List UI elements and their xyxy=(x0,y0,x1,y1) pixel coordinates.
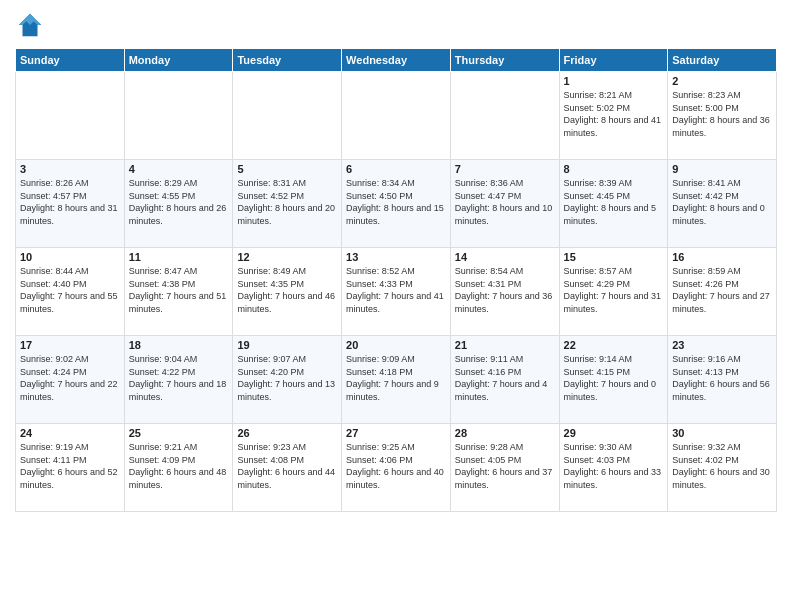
weekday-header: Saturday xyxy=(668,49,777,72)
calendar-day-cell: 20Sunrise: 9:09 AMSunset: 4:18 PMDayligh… xyxy=(342,336,451,424)
calendar-day-cell: 23Sunrise: 9:16 AMSunset: 4:13 PMDayligh… xyxy=(668,336,777,424)
day-number: 21 xyxy=(455,339,555,351)
calendar-day-cell: 17Sunrise: 9:02 AMSunset: 4:24 PMDayligh… xyxy=(16,336,125,424)
day-info: Sunrise: 9:21 AMSunset: 4:09 PMDaylight:… xyxy=(129,441,229,491)
day-info: Sunrise: 9:28 AMSunset: 4:05 PMDaylight:… xyxy=(455,441,555,491)
day-number: 29 xyxy=(564,427,664,439)
calendar-day-cell: 9Sunrise: 8:41 AMSunset: 4:42 PMDaylight… xyxy=(668,160,777,248)
day-number: 26 xyxy=(237,427,337,439)
calendar-day-cell xyxy=(233,72,342,160)
day-info: Sunrise: 8:41 AMSunset: 4:42 PMDaylight:… xyxy=(672,177,772,227)
day-info: Sunrise: 8:39 AMSunset: 4:45 PMDaylight:… xyxy=(564,177,664,227)
day-info: Sunrise: 9:16 AMSunset: 4:13 PMDaylight:… xyxy=(672,353,772,403)
calendar-day-cell: 14Sunrise: 8:54 AMSunset: 4:31 PMDayligh… xyxy=(450,248,559,336)
day-info: Sunrise: 8:49 AMSunset: 4:35 PMDaylight:… xyxy=(237,265,337,315)
day-number: 18 xyxy=(129,339,229,351)
day-info: Sunrise: 8:52 AMSunset: 4:33 PMDaylight:… xyxy=(346,265,446,315)
header xyxy=(15,10,777,40)
day-number: 17 xyxy=(20,339,120,351)
day-info: Sunrise: 8:34 AMSunset: 4:50 PMDaylight:… xyxy=(346,177,446,227)
calendar-week-row: 24Sunrise: 9:19 AMSunset: 4:11 PMDayligh… xyxy=(16,424,777,512)
day-info: Sunrise: 9:02 AMSunset: 4:24 PMDaylight:… xyxy=(20,353,120,403)
calendar-day-cell: 28Sunrise: 9:28 AMSunset: 4:05 PMDayligh… xyxy=(450,424,559,512)
calendar-week-row: 1Sunrise: 8:21 AMSunset: 5:02 PMDaylight… xyxy=(16,72,777,160)
calendar-day-cell: 1Sunrise: 8:21 AMSunset: 5:02 PMDaylight… xyxy=(559,72,668,160)
day-info: Sunrise: 9:11 AMSunset: 4:16 PMDaylight:… xyxy=(455,353,555,403)
day-info: Sunrise: 9:30 AMSunset: 4:03 PMDaylight:… xyxy=(564,441,664,491)
day-number: 22 xyxy=(564,339,664,351)
day-number: 27 xyxy=(346,427,446,439)
calendar-day-cell xyxy=(16,72,125,160)
calendar-day-cell: 24Sunrise: 9:19 AMSunset: 4:11 PMDayligh… xyxy=(16,424,125,512)
calendar-day-cell: 6Sunrise: 8:34 AMSunset: 4:50 PMDaylight… xyxy=(342,160,451,248)
calendar-day-cell: 3Sunrise: 8:26 AMSunset: 4:57 PMDaylight… xyxy=(16,160,125,248)
day-info: Sunrise: 9:07 AMSunset: 4:20 PMDaylight:… xyxy=(237,353,337,403)
day-number: 12 xyxy=(237,251,337,263)
calendar-day-cell: 27Sunrise: 9:25 AMSunset: 4:06 PMDayligh… xyxy=(342,424,451,512)
weekday-header: Wednesday xyxy=(342,49,451,72)
day-info: Sunrise: 8:47 AMSunset: 4:38 PMDaylight:… xyxy=(129,265,229,315)
day-number: 15 xyxy=(564,251,664,263)
calendar-day-cell: 16Sunrise: 8:59 AMSunset: 4:26 PMDayligh… xyxy=(668,248,777,336)
day-info: Sunrise: 9:25 AMSunset: 4:06 PMDaylight:… xyxy=(346,441,446,491)
calendar-day-cell: 21Sunrise: 9:11 AMSunset: 4:16 PMDayligh… xyxy=(450,336,559,424)
calendar-day-cell: 12Sunrise: 8:49 AMSunset: 4:35 PMDayligh… xyxy=(233,248,342,336)
day-info: Sunrise: 9:04 AMSunset: 4:22 PMDaylight:… xyxy=(129,353,229,403)
calendar-week-row: 10Sunrise: 8:44 AMSunset: 4:40 PMDayligh… xyxy=(16,248,777,336)
calendar-day-cell xyxy=(450,72,559,160)
calendar-day-cell: 4Sunrise: 8:29 AMSunset: 4:55 PMDaylight… xyxy=(124,160,233,248)
calendar-day-cell xyxy=(124,72,233,160)
day-number: 3 xyxy=(20,163,120,175)
calendar-day-cell: 11Sunrise: 8:47 AMSunset: 4:38 PMDayligh… xyxy=(124,248,233,336)
day-number: 4 xyxy=(129,163,229,175)
calendar-day-cell: 8Sunrise: 8:39 AMSunset: 4:45 PMDaylight… xyxy=(559,160,668,248)
calendar-day-cell: 26Sunrise: 9:23 AMSunset: 4:08 PMDayligh… xyxy=(233,424,342,512)
calendar-day-cell: 22Sunrise: 9:14 AMSunset: 4:15 PMDayligh… xyxy=(559,336,668,424)
day-info: Sunrise: 8:54 AMSunset: 4:31 PMDaylight:… xyxy=(455,265,555,315)
logo xyxy=(15,10,49,40)
svg-marker-1 xyxy=(19,14,42,25)
calendar-day-cell: 2Sunrise: 8:23 AMSunset: 5:00 PMDaylight… xyxy=(668,72,777,160)
day-number: 20 xyxy=(346,339,446,351)
weekday-header: Monday xyxy=(124,49,233,72)
day-number: 23 xyxy=(672,339,772,351)
weekday-header: Thursday xyxy=(450,49,559,72)
weekday-header: Tuesday xyxy=(233,49,342,72)
day-info: Sunrise: 8:29 AMSunset: 4:55 PMDaylight:… xyxy=(129,177,229,227)
calendar-day-cell: 19Sunrise: 9:07 AMSunset: 4:20 PMDayligh… xyxy=(233,336,342,424)
weekday-header: Sunday xyxy=(16,49,125,72)
day-number: 25 xyxy=(129,427,229,439)
day-number: 7 xyxy=(455,163,555,175)
day-number: 24 xyxy=(20,427,120,439)
calendar-day-cell: 25Sunrise: 9:21 AMSunset: 4:09 PMDayligh… xyxy=(124,424,233,512)
day-number: 6 xyxy=(346,163,446,175)
weekday-header: Friday xyxy=(559,49,668,72)
day-info: Sunrise: 8:59 AMSunset: 4:26 PMDaylight:… xyxy=(672,265,772,315)
day-info: Sunrise: 8:57 AMSunset: 4:29 PMDaylight:… xyxy=(564,265,664,315)
day-number: 2 xyxy=(672,75,772,87)
day-info: Sunrise: 8:31 AMSunset: 4:52 PMDaylight:… xyxy=(237,177,337,227)
calendar-header-row: SundayMondayTuesdayWednesdayThursdayFrid… xyxy=(16,49,777,72)
day-info: Sunrise: 9:32 AMSunset: 4:02 PMDaylight:… xyxy=(672,441,772,491)
day-info: Sunrise: 9:23 AMSunset: 4:08 PMDaylight:… xyxy=(237,441,337,491)
calendar-day-cell xyxy=(342,72,451,160)
calendar-day-cell: 15Sunrise: 8:57 AMSunset: 4:29 PMDayligh… xyxy=(559,248,668,336)
day-info: Sunrise: 9:14 AMSunset: 4:15 PMDaylight:… xyxy=(564,353,664,403)
day-info: Sunrise: 9:09 AMSunset: 4:18 PMDaylight:… xyxy=(346,353,446,403)
day-number: 5 xyxy=(237,163,337,175)
calendar-day-cell: 13Sunrise: 8:52 AMSunset: 4:33 PMDayligh… xyxy=(342,248,451,336)
day-number: 13 xyxy=(346,251,446,263)
calendar-day-cell: 18Sunrise: 9:04 AMSunset: 4:22 PMDayligh… xyxy=(124,336,233,424)
day-info: Sunrise: 8:44 AMSunset: 4:40 PMDaylight:… xyxy=(20,265,120,315)
day-number: 9 xyxy=(672,163,772,175)
day-number: 30 xyxy=(672,427,772,439)
day-number: 14 xyxy=(455,251,555,263)
logo-icon xyxy=(15,10,45,40)
calendar-day-cell: 7Sunrise: 8:36 AMSunset: 4:47 PMDaylight… xyxy=(450,160,559,248)
day-number: 1 xyxy=(564,75,664,87)
day-info: Sunrise: 8:26 AMSunset: 4:57 PMDaylight:… xyxy=(20,177,120,227)
main-container: SundayMondayTuesdayWednesdayThursdayFrid… xyxy=(0,0,792,612)
day-info: Sunrise: 8:21 AMSunset: 5:02 PMDaylight:… xyxy=(564,89,664,139)
calendar: SundayMondayTuesdayWednesdayThursdayFrid… xyxy=(15,48,777,512)
day-number: 19 xyxy=(237,339,337,351)
